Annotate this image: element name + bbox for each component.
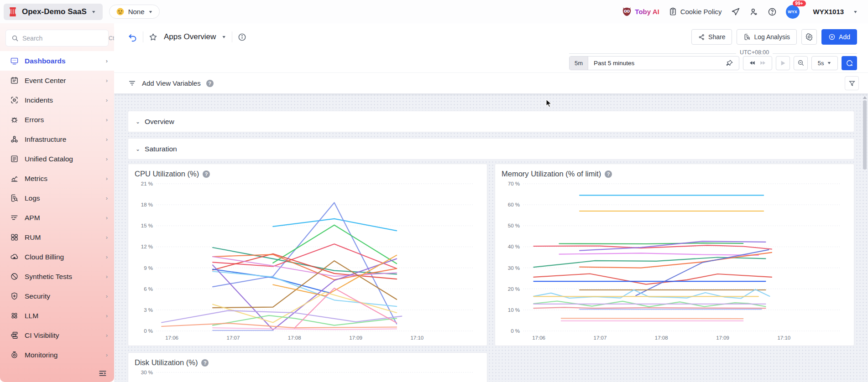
memory-chart-plot[interactable]: 0 %10 %20 %30 %40 %50 %60 %70 %17:0617:0… xyxy=(502,178,847,343)
sidebar-item-rum[interactable]: RUM › xyxy=(0,227,114,247)
zoom-out-button[interactable] xyxy=(794,56,808,70)
chevron-right-icon: › xyxy=(106,195,108,201)
settings-button[interactable] xyxy=(801,29,817,45)
chevron-down-icon[interactable]: ▼ xyxy=(221,35,226,39)
sidebar-item-logs[interactable]: Logs › xyxy=(0,188,114,208)
sidebar-item-icon xyxy=(10,253,19,261)
clipboard-icon xyxy=(669,7,677,16)
share-button[interactable]: Share xyxy=(691,29,732,45)
range-label: Past 5 minutes xyxy=(594,60,634,67)
chevron-right-icon: › xyxy=(106,77,108,84)
section-overview[interactable]: ⌄ Overview xyxy=(128,111,854,132)
favorite-star-icon[interactable] xyxy=(149,33,157,41)
svg-text:17:07: 17:07 xyxy=(227,335,240,341)
filter-funnel-button[interactable] xyxy=(845,76,859,90)
refresh-button[interactable] xyxy=(842,56,857,70)
cpu-chart-title: CPU Utilization (%) xyxy=(135,170,199,178)
seek-buttons xyxy=(743,56,772,70)
svg-text:17:10: 17:10 xyxy=(777,335,790,341)
svg-text:0 %: 0 % xyxy=(144,328,153,334)
info-icon[interactable] xyxy=(238,33,246,41)
help-badge-icon[interactable]: ? xyxy=(206,80,214,87)
toby-ai-button[interactable]: Toby AI xyxy=(622,6,659,17)
refresh-interval-select[interactable]: 5s ▼ xyxy=(811,56,838,70)
svg-text:17:10: 17:10 xyxy=(410,335,424,341)
sidebar-item-icon xyxy=(10,331,19,340)
dashboard-canvas: ⌄ Overview ⌄ Saturation CPU Utilization … xyxy=(114,93,868,382)
svg-text:9 %: 9 % xyxy=(144,265,153,271)
sidebar-item-synthetic-tests[interactable]: Synthetic Tests › xyxy=(0,267,114,286)
sidebar-item-cloud-billing[interactable]: Cloud Billing › xyxy=(0,247,114,267)
help-badge-icon[interactable]: ? xyxy=(605,170,612,178)
play-button[interactable] xyxy=(776,56,790,70)
sidebar-item-unified-catalog[interactable]: Unified Catalog › xyxy=(0,149,114,169)
back-icon[interactable] xyxy=(128,32,137,42)
timezone-label: UTC+08:00 xyxy=(736,49,773,56)
chevron-right-icon: › xyxy=(106,57,108,64)
svg-text:30 %: 30 % xyxy=(508,265,520,271)
chevron-right-icon: › xyxy=(106,97,108,103)
sidebar-collapse-icon[interactable] xyxy=(98,368,108,378)
section-saturation[interactable]: ⌄ Saturation xyxy=(128,138,854,160)
add-view-variables-label[interactable]: Add View Variables xyxy=(142,79,201,87)
sidebar-item-apm[interactable]: APM › xyxy=(0,208,114,227)
sidebar-item-llm[interactable]: LLM › xyxy=(0,306,114,325)
username[interactable]: WYX1013 xyxy=(813,8,844,15)
sidebar-item-label: Synthetic Tests xyxy=(25,273,72,281)
scrollbar-up-arrow[interactable] xyxy=(863,96,867,99)
topbar: Opex-Demo SaaS ▼ None ▼ Toby AI Cookie P… xyxy=(0,0,868,23)
chevron-right-icon: › xyxy=(106,175,108,182)
cpu-chart-plot[interactable]: 0 %3 %6 %9 %12 %15 %18 %21 %17:0617:0717… xyxy=(135,178,481,343)
divider xyxy=(143,31,143,42)
search-input[interactable] xyxy=(22,35,105,42)
sidebar-item-dashboards[interactable]: Dashboards › xyxy=(0,51,114,71)
sidebar-item-security[interactable]: Security › xyxy=(0,286,114,306)
invite-user-icon[interactable] xyxy=(749,7,758,16)
sidebar-nav: Dashboards › Event Center › Incidents › … xyxy=(0,51,114,365)
memory-utilization-chart-card: Memory Utilization (% of limit) ? 0 %10 … xyxy=(495,164,854,346)
step-back-icon[interactable] xyxy=(749,59,756,67)
owl-mascot-icon xyxy=(622,6,632,17)
sidebar-search[interactable]: Ctrl+K xyxy=(5,30,109,46)
help-icon[interactable] xyxy=(768,7,777,16)
chevron-right-icon: › xyxy=(106,116,108,123)
send-icon[interactable] xyxy=(731,7,740,16)
help-badge-icon[interactable]: ? xyxy=(203,170,210,178)
svg-text:70 %: 70 % xyxy=(508,181,520,186)
cookie-policy-link[interactable]: Cookie Policy xyxy=(669,7,722,16)
chevron-right-icon: › xyxy=(106,312,108,319)
chevron-right-icon: › xyxy=(106,136,108,143)
chevron-down-icon: ▼ xyxy=(853,10,858,14)
sidebar-item-errors[interactable]: Errors › xyxy=(0,110,114,129)
chevron-down-icon: ⌄ xyxy=(136,146,140,152)
sidebar-item-event-center[interactable]: Event Center › xyxy=(0,71,114,90)
svg-text:30 %: 30 % xyxy=(141,370,153,375)
disk-chart-plot[interactable]: 30 % xyxy=(135,367,481,381)
view-title[interactable]: Apps Overview xyxy=(164,32,216,41)
sidebar-item-monitoring[interactable]: Monitoring › xyxy=(0,345,114,365)
env-label: None xyxy=(128,8,145,15)
add-button[interactable]: Add xyxy=(821,29,857,45)
step-forward-icon[interactable] xyxy=(759,59,766,67)
sidebar-item-infrastructure[interactable]: Infrastructure › xyxy=(0,129,114,149)
sidebar-item-incidents[interactable]: Incidents › xyxy=(0,90,114,110)
pin-icon[interactable] xyxy=(726,59,733,67)
sidebar-item-icon xyxy=(10,213,19,222)
sidebar-item-metrics[interactable]: Metrics › xyxy=(0,169,114,188)
sidebar-item-label: Unified Catalog xyxy=(25,155,73,163)
chevron-down-icon: ▼ xyxy=(91,10,96,14)
sidebar-item-icon xyxy=(10,194,19,202)
svg-text:17:09: 17:09 xyxy=(349,335,362,341)
scrollbar-thumb[interactable] xyxy=(863,100,867,170)
range-short-chip[interactable]: 5m xyxy=(570,57,588,70)
log-analysis-button[interactable]: Log Analysis xyxy=(737,29,797,45)
search-icon xyxy=(11,35,19,42)
help-badge-icon[interactable]: ? xyxy=(201,359,209,367)
workspace-switcher[interactable]: Opex-Demo SaaS ▼ xyxy=(4,4,103,20)
time-range-picker[interactable]: 5m Past 5 minutes xyxy=(569,56,739,70)
env-selector[interactable]: None ▼ xyxy=(109,5,160,19)
user-avatar[interactable]: WYX 99+ xyxy=(786,5,800,19)
scrollbar[interactable] xyxy=(863,96,867,380)
sidebar-item-ci-visibility[interactable]: CI Visibility › xyxy=(0,325,114,345)
chevron-right-icon: › xyxy=(106,273,108,280)
